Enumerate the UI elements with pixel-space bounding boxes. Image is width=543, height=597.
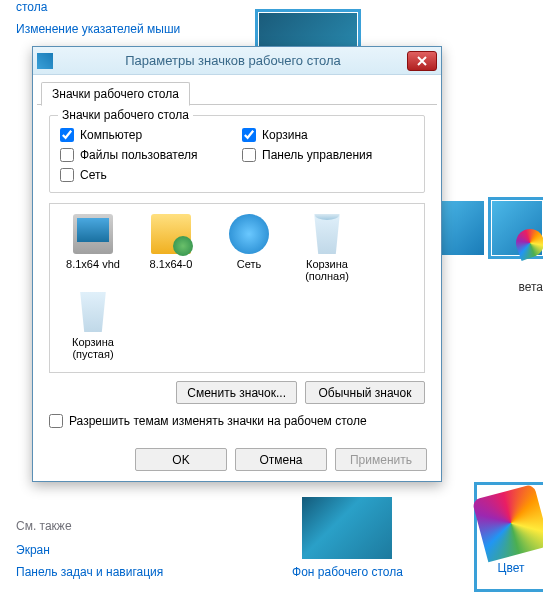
- chk-network[interactable]: Сеть: [60, 168, 232, 182]
- restore-icon-button[interactable]: Обычный значок: [305, 381, 425, 404]
- wallpaper-icon: [302, 497, 392, 559]
- icon-item[interactable]: Сеть: [214, 214, 284, 284]
- folder-icon: [151, 214, 191, 254]
- bottom-wallpaper[interactable]: Фон рабочего стола: [292, 497, 403, 587]
- close-icon: [417, 56, 427, 66]
- network-icon: [229, 214, 269, 254]
- chk-label: Разрешить темам изменять значки на рабоч…: [69, 414, 367, 428]
- chk-recycle[interactable]: Корзина: [242, 128, 414, 142]
- nav-mouse-pointers[interactable]: Изменение указателей мыши: [16, 22, 216, 36]
- chk-computer[interactable]: Компьютер: [60, 128, 232, 142]
- chk-label: Файлы пользователя: [80, 148, 197, 162]
- icon-label: Сеть: [214, 258, 284, 270]
- icon-label: 8.1x64-0: [136, 258, 206, 270]
- icon-label: 8.1x64 vhd: [58, 258, 128, 270]
- chk-label: Панель управления: [262, 148, 372, 162]
- icon-item[interactable]: 8.1x64 vhd: [58, 214, 128, 284]
- chk-user-files-input[interactable]: [60, 148, 74, 162]
- chk-user-files[interactable]: Файлы пользователя: [60, 148, 232, 162]
- link-taskbar[interactable]: Панель задач и навигация: [16, 565, 216, 579]
- apply-button[interactable]: Применить: [335, 448, 427, 471]
- chk-control-input[interactable]: [242, 148, 256, 162]
- icon-item[interactable]: Корзина (полная): [292, 214, 362, 284]
- close-button[interactable]: [407, 51, 437, 71]
- group-title: Значки рабочего стола: [58, 108, 193, 122]
- group-desktop-icons: Значки рабочего стола Компьютер Корзина …: [49, 115, 425, 193]
- desktop-icons-dialog: Параметры значков рабочего стола Значки …: [32, 46, 442, 482]
- chk-allow-input[interactable]: [49, 414, 63, 428]
- tab-desktop-icons[interactable]: Значки рабочего стола: [41, 82, 190, 106]
- icon-item[interactable]: Корзина (пустая): [58, 292, 128, 362]
- bin-full-icon: [307, 214, 347, 254]
- chk-recycle-input[interactable]: [242, 128, 256, 142]
- bottom-color-label: Цвет: [479, 561, 543, 575]
- chk-network-input[interactable]: [60, 168, 74, 182]
- link-screen[interactable]: Экран: [16, 543, 216, 557]
- bin-icon: [73, 292, 113, 332]
- chk-allow-themes[interactable]: Разрешить темам изменять значки на рабоч…: [49, 414, 425, 428]
- caption-partial: вета: [518, 280, 543, 294]
- icon-label: Корзина (пустая): [58, 336, 128, 360]
- ok-button[interactable]: OK: [135, 448, 227, 471]
- cancel-button[interactable]: Отмена: [235, 448, 327, 471]
- dialog-title: Параметры значков рабочего стола: [59, 53, 407, 68]
- tab-strip: Значки рабочего стола: [37, 79, 437, 105]
- chk-label: Компьютер: [80, 128, 142, 142]
- chk-label: Корзина: [262, 128, 308, 142]
- titlebar: Параметры значков рабочего стола: [33, 47, 441, 75]
- icon-list[interactable]: 8.1x64 vhd8.1x64-0СетьКорзина (полная)Ко…: [49, 203, 425, 373]
- bottom-color[interactable]: Цвет: [479, 487, 543, 587]
- nav-link-partial[interactable]: стола: [16, 0, 216, 14]
- chk-control-panel[interactable]: Панель управления: [242, 148, 414, 162]
- theme-paint-thumb[interactable]: [491, 200, 543, 256]
- system-icon: [37, 53, 53, 69]
- change-icon-button[interactable]: Сменить значок...: [176, 381, 297, 404]
- chk-computer-input[interactable]: [60, 128, 74, 142]
- icon-item[interactable]: 8.1x64-0: [136, 214, 206, 284]
- see-also-header: См. также: [16, 519, 216, 533]
- computer-icon: [73, 214, 113, 254]
- icon-label: Корзина (полная): [292, 258, 362, 282]
- bottom-wallpaper-label: Фон рабочего стола: [292, 565, 403, 579]
- chk-label: Сеть: [80, 168, 107, 182]
- color-icon: [472, 484, 543, 562]
